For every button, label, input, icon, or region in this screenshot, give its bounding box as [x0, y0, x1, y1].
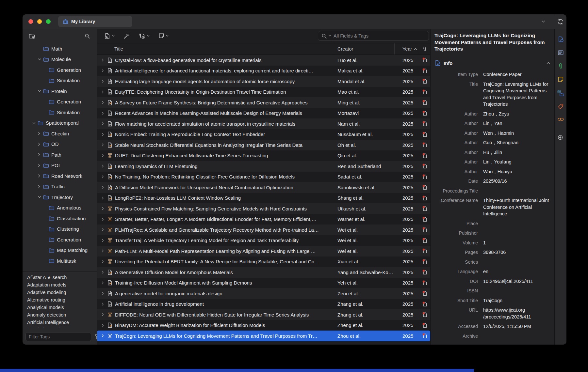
item-row[interactable]: No Training, No Problem: Rethinking Clas… [97, 172, 430, 182]
row-twisty-icon[interactable] [102, 228, 106, 232]
search-box[interactable] [318, 31, 429, 41]
pdf-attachment-icon[interactable] [419, 79, 430, 84]
pdf-attachment-icon[interactable] [419, 248, 430, 254]
row-twisty-icon[interactable] [102, 132, 106, 136]
tree-twisty-icon[interactable] [32, 122, 38, 124]
pane-tab-libraries-collections-icon[interactable] [557, 90, 564, 96]
new-item-button[interactable] [104, 33, 115, 39]
collection-anomalous[interactable]: Anomalous [23, 203, 97, 213]
row-twisty-icon[interactable] [102, 281, 106, 285]
field-value[interactable]: Thirty-Fourth International Joint Confer… [483, 197, 551, 217]
collection-classification[interactable]: Classification [23, 213, 97, 224]
item-row[interactable]: A Survey on Future Frame Synthesis: Brid… [97, 97, 430, 108]
pdf-attachment-icon[interactable] [419, 312, 430, 317]
row-twisty-icon[interactable] [102, 196, 106, 200]
pdf-attachment-icon[interactable] [419, 121, 430, 126]
pdf-attachment-icon[interactable] [419, 68, 430, 73]
pdf-attachment-icon[interactable] [419, 280, 430, 286]
row-twisty-icon[interactable] [102, 175, 106, 179]
row-twisty-icon[interactable] [102, 164, 106, 168]
row-twisty-icon[interactable] [102, 185, 106, 189]
pdf-attachment-icon[interactable] [419, 174, 430, 179]
pdf-attachment-icon[interactable] [419, 291, 430, 296]
pane-tab-locate-icon[interactable] [557, 134, 564, 141]
collection-road-network[interactable]: Road Network [23, 171, 97, 181]
pdf-attachment-icon[interactable] [419, 302, 430, 307]
pane-tab-abstract-icon[interactable] [558, 50, 564, 56]
field-value[interactable]: 1 [483, 240, 551, 246]
row-twisty-icon[interactable] [102, 313, 106, 317]
item-row[interactable]: CrystalFlow: a flow-based generative mod… [97, 55, 430, 66]
row-twisty-icon[interactable] [102, 79, 106, 83]
collection-multitask[interactable]: Multitask [23, 256, 97, 266]
item-row[interactable]: Evaluating large language model agents f… [97, 76, 430, 87]
item-row[interactable]: TrajCogn: Leveraging LLMs for Cognizing … [97, 331, 430, 341]
pdf-attachment-icon[interactable] [419, 323, 430, 328]
sync-button[interactable] [554, 18, 566, 25]
item-row[interactable]: Physics-Constrained Flow Matching: Sampl… [97, 203, 430, 214]
column-header-attachment[interactable] [419, 43, 430, 54]
collection-simulation[interactable]: Simulation [23, 107, 97, 118]
item-row[interactable]: Path-LLM: A Multi-Modal Path Representat… [97, 246, 430, 256]
tag-item[interactable]: Adaptation models [23, 281, 97, 289]
item-row[interactable]: A Diffusion Model Framework for Unsuperv… [97, 182, 430, 193]
collection-od[interactable]: OD [23, 139, 97, 150]
item-row[interactable]: Artificial intelligence for advanced fun… [97, 66, 430, 76]
tree-twisty-icon[interactable] [38, 174, 43, 178]
field-value[interactable]: Hu，Jilin [483, 149, 551, 156]
field-value[interactable]: en [483, 268, 551, 275]
close-window-button[interactable] [28, 19, 33, 24]
field-value[interactable]: Wan，Huaiyu [483, 168, 551, 175]
row-twisty-icon[interactable] [102, 270, 106, 274]
row-twisty-icon[interactable] [102, 58, 106, 62]
tag-item[interactable]: Analytical models [23, 304, 97, 311]
field-value[interactable] [483, 259, 551, 266]
pdf-attachment-icon[interactable] [419, 142, 430, 147]
item-row[interactable]: PLMTrajRec: A Scalable and Generalizable… [97, 225, 430, 235]
collection-poi[interactable]: POI [23, 160, 97, 171]
row-twisty-icon[interactable] [102, 302, 106, 306]
pdf-attachment-icon[interactable] [419, 270, 430, 275]
row-twisty-icon[interactable] [102, 143, 106, 147]
collection-protein[interactable]: Protein [23, 86, 97, 97]
pdf-attachment-icon[interactable] [419, 259, 430, 264]
collapse-section-chevron-icon[interactable] [546, 62, 550, 65]
collection-molecule[interactable]: Molecule [23, 54, 97, 65]
row-twisty-icon[interactable] [102, 154, 106, 158]
search-scope-chevron-icon[interactable] [329, 35, 331, 37]
pdf-attachment-icon[interactable] [419, 57, 430, 63]
tree-twisty-icon[interactable] [38, 153, 43, 157]
collection-search-button[interactable] [85, 33, 90, 39]
field-value[interactable]: Wen，Haomin [483, 130, 551, 137]
row-twisty-icon[interactable] [102, 260, 106, 264]
collection-map-matching[interactable]: Map Matching [23, 245, 97, 256]
field-value[interactable]: TrajCogn [483, 297, 551, 304]
item-row[interactable]: Artificial intelligence in drug developm… [97, 299, 430, 310]
field-value[interactable]: TrajCogn: Leveraging LLMs for Cognizing … [483, 81, 551, 108]
pane-tab-notes-icon[interactable] [558, 76, 564, 83]
search-input[interactable] [333, 33, 425, 39]
tag-item[interactable]: Adaptive modeling [23, 289, 97, 296]
item-row[interactable]: A Generative Diffusion Model for Amorpho… [97, 267, 430, 278]
field-value[interactable] [483, 333, 551, 340]
zoom-window-button[interactable] [46, 19, 51, 24]
item-row[interactable]: Flow matching for accelerated simulation… [97, 118, 430, 129]
row-twisty-icon[interactable] [102, 207, 106, 210]
tree-twisty-icon[interactable] [38, 142, 43, 146]
pdf-attachment-icon[interactable] [419, 111, 430, 116]
tag-item[interactable]: Atomic force microscopy [23, 326, 97, 328]
field-value[interactable]: Lin，Yan [483, 120, 551, 127]
collection-traffic[interactable]: Traffic [23, 181, 97, 192]
tree-twisty-icon[interactable] [38, 196, 43, 198]
pdf-attachment-icon[interactable] [419, 89, 430, 95]
row-twisty-icon[interactable] [102, 69, 106, 73]
tree-twisty-icon[interactable] [38, 163, 43, 167]
new-attachment-button[interactable] [139, 33, 150, 39]
field-value[interactable] [483, 287, 551, 294]
filter-tags-input[interactable] [25, 332, 91, 341]
item-row[interactable]: TransferTraj: A Vehicle Trajectory Learn… [97, 235, 430, 246]
tabbar-chevron-down-icon[interactable] [541, 20, 546, 23]
row-twisty-icon[interactable] [102, 90, 106, 94]
item-row[interactable]: A generative model for inorganic materia… [97, 288, 430, 299]
collection-simulation[interactable]: Simulation [23, 75, 97, 86]
